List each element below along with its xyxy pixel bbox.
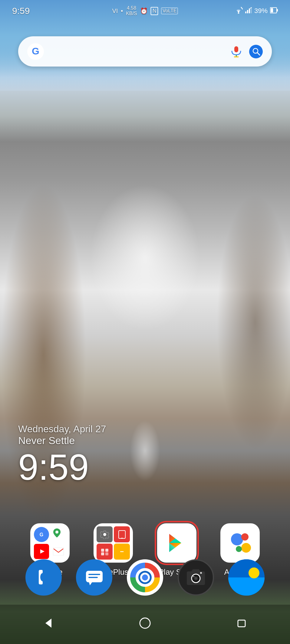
back-button[interactable] xyxy=(38,613,59,636)
dot-indicator: • xyxy=(121,8,123,15)
svg-rect-2 xyxy=(245,11,246,13)
assistant-icon-wrapper xyxy=(220,523,260,563)
home-button[interactable] xyxy=(134,613,156,636)
svg-point-53 xyxy=(249,567,259,578)
svg-rect-9 xyxy=(277,9,278,11)
google-logo: G xyxy=(27,43,44,60)
svg-point-45 xyxy=(142,574,148,580)
dock-messages[interactable] xyxy=(76,559,112,596)
svg-point-35 xyxy=(241,533,249,541)
alarm-icon: ⏰ xyxy=(140,7,148,15)
svg-rect-56 xyxy=(238,620,245,627)
svg-rect-26 xyxy=(101,549,104,552)
svg-point-49 xyxy=(193,576,194,577)
svg-text:G: G xyxy=(32,46,39,57)
svg-rect-29 xyxy=(105,552,108,555)
svg-point-36 xyxy=(241,543,251,553)
status-center-icons: VI • 4.58KB/S ⏰ N VoLTE xyxy=(112,0,178,22)
dock-camera[interactable] xyxy=(178,559,214,596)
volte-icon: VoLTE xyxy=(161,8,178,14)
playstore-icon-wrapper xyxy=(157,523,196,563)
recents-button[interactable] xyxy=(231,613,252,636)
svg-marker-54 xyxy=(45,619,51,628)
svg-rect-22 xyxy=(53,548,64,555)
svg-point-55 xyxy=(140,618,150,628)
svg-rect-12 xyxy=(234,46,238,52)
assistant-icon xyxy=(220,523,260,563)
svg-text:G: G xyxy=(40,532,43,537)
dock xyxy=(0,559,290,596)
op-settings-cell xyxy=(97,526,113,542)
svg-rect-3 xyxy=(247,10,248,13)
svg-rect-27 xyxy=(105,549,108,552)
google-g-cell: G xyxy=(34,527,49,542)
status-time: 9:59 xyxy=(12,6,30,16)
svg-rect-52 xyxy=(228,577,265,596)
svg-rect-25 xyxy=(121,538,123,538)
op-screen-cell xyxy=(114,526,130,542)
wifi-icon xyxy=(234,7,243,15)
search-bar[interactable]: G xyxy=(18,36,272,67)
battery-percent: 39% xyxy=(254,7,268,15)
youtube-cell xyxy=(34,544,49,559)
svg-rect-24 xyxy=(119,531,125,538)
svg-point-37 xyxy=(236,546,242,552)
oneplus-icon-wrapper: − xyxy=(94,523,133,563)
svg-point-34 xyxy=(231,533,243,545)
svg-rect-38 xyxy=(86,571,103,582)
dock-chrome[interactable] xyxy=(127,559,163,596)
nav-bar xyxy=(0,605,290,644)
svg-point-0 xyxy=(238,12,239,14)
svg-point-19 xyxy=(55,531,58,534)
carrier-icon: VI xyxy=(112,8,118,15)
tagline-display: Never Settle xyxy=(18,435,106,446)
mic-icon[interactable] xyxy=(229,45,243,58)
svg-line-16 xyxy=(257,53,260,55)
lens-icon[interactable] xyxy=(249,45,263,58)
svg-rect-4 xyxy=(249,8,250,13)
status-bar: 9:59 VI • 4.58KB/S ⏰ N VoLTE 39% xyxy=(0,0,290,22)
gmail-cell xyxy=(51,544,66,559)
svg-point-48 xyxy=(194,577,197,580)
svg-rect-8 xyxy=(271,8,273,12)
google-icon-wrapper: G xyxy=(30,523,70,563)
dock-phone[interactable] xyxy=(25,559,62,596)
svg-point-50 xyxy=(200,572,202,574)
dock-launcher[interactable] xyxy=(228,559,265,596)
svg-point-23 xyxy=(103,533,106,536)
clock-display: 9:59 xyxy=(18,449,106,485)
maps-cell xyxy=(51,527,66,542)
op-minus-cell: − xyxy=(114,544,130,560)
data-speed: 4.58KB/S xyxy=(126,5,137,16)
signal-icon xyxy=(245,7,252,15)
svg-line-1 xyxy=(241,7,243,9)
nfc-icon: N xyxy=(151,7,158,15)
oneplus-icon: − xyxy=(94,523,133,563)
op-launcher-cell xyxy=(97,544,113,560)
status-right-icons: 39% xyxy=(234,7,278,15)
playstore-icon xyxy=(157,523,196,563)
battery-icon xyxy=(270,7,278,15)
svg-rect-28 xyxy=(101,552,104,555)
google-icon: G xyxy=(30,523,70,563)
svg-marker-39 xyxy=(89,582,92,585)
datetime-widget: Wednesday, April 27 Never Settle 9:59 xyxy=(18,423,106,485)
date-display: Wednesday, April 27 xyxy=(18,423,106,435)
